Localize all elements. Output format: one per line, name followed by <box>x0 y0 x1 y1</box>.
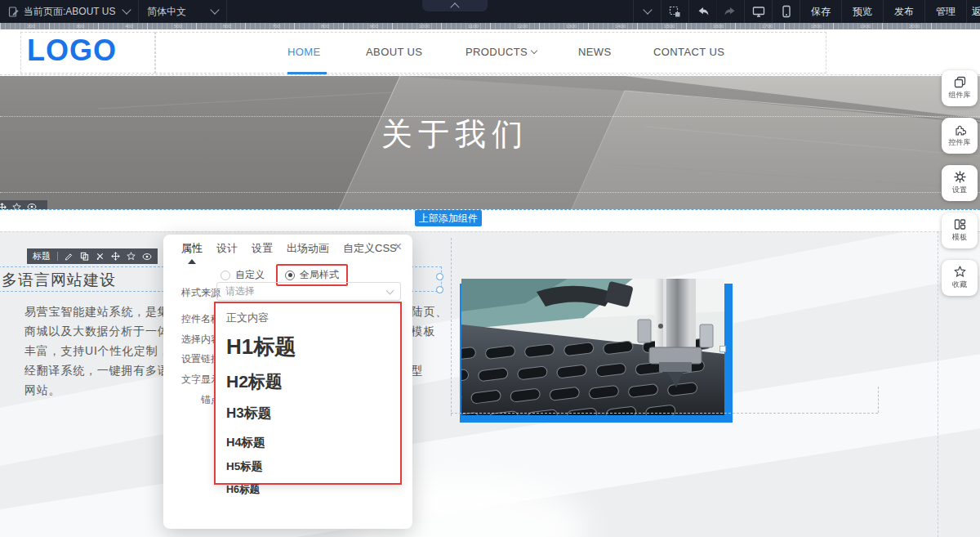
sidebar-item-components[interactable]: 组件库 <box>942 70 978 106</box>
dropdown-item-h1[interactable]: H1标题 <box>226 333 400 361</box>
select-area-icon <box>669 6 681 18</box>
hero-guide-bottom <box>0 192 980 193</box>
about-heading[interactable]: 多语言网站建设 <box>2 270 116 291</box>
components-icon <box>954 76 966 88</box>
header-bottom-guide <box>0 74 980 75</box>
section-divider-line <box>0 209 980 210</box>
layout-icon <box>954 218 966 230</box>
element-toolbar-label: 标题 <box>33 250 51 262</box>
chevron-down-icon <box>386 286 394 294</box>
chevron-down-icon <box>643 5 652 14</box>
tab-properties[interactable]: 属性 <box>181 241 203 262</box>
tab-design[interactable]: 设计 <box>216 241 238 262</box>
radio-circle-selected <box>285 271 295 280</box>
image-resize-handle[interactable] <box>719 346 726 352</box>
dropdown-item-h3[interactable]: H3标题 <box>226 404 400 423</box>
nav-item-about[interactable]: ABOUT US <box>366 46 422 58</box>
current-page-selector[interactable]: 当前页面:ABOUT US <box>0 0 139 23</box>
select-area-button[interactable] <box>661 0 688 23</box>
element-toolbar: 标题 <box>27 248 158 264</box>
dialog-tabs: 属性 设计 设置 出场动画 自定义CSS <box>181 241 397 262</box>
active-nav-underline <box>287 72 327 74</box>
sidebar-item-controls[interactable]: 控件库 <box>942 118 978 154</box>
move-icon[interactable] <box>0 203 7 210</box>
undo-button[interactable] <box>688 0 716 23</box>
image-block-guide-left <box>451 238 452 416</box>
dropdown-item-h4[interactable]: H4标题 <box>226 435 400 450</box>
mobile-view-button[interactable] <box>772 0 800 23</box>
chevron-down-icon <box>122 5 131 14</box>
eye-icon[interactable] <box>142 253 152 261</box>
sidebar-item-templates[interactable]: 模板 <box>942 213 978 248</box>
chevron-down-icon <box>210 5 219 14</box>
publish-button[interactable]: 发布 <box>883 0 924 23</box>
resize-handle[interactable] <box>436 286 443 293</box>
machine-image[interactable] <box>461 279 724 415</box>
eye-icon[interactable] <box>27 203 37 209</box>
redo-button[interactable] <box>716 0 744 23</box>
star-icon[interactable] <box>12 203 21 210</box>
undo-icon <box>696 5 710 18</box>
preview-button[interactable]: 预览 <box>841 0 883 23</box>
page-right-guide <box>938 231 938 537</box>
more-dropdown-button[interactable] <box>633 0 661 23</box>
language-selector[interactable]: 简体中文 <box>139 0 227 23</box>
desktop-icon <box>752 6 765 18</box>
dropdown-item-h5[interactable]: H5标题 <box>226 459 400 474</box>
nav-item-news[interactable]: NEWS <box>578 46 612 58</box>
gear-icon <box>954 171 966 183</box>
hero-title[interactable]: 关于我们 <box>0 114 910 155</box>
style-source-label: 样式来源 <box>181 286 220 300</box>
dropdown-item-body-text[interactable]: 正文内容 <box>226 311 400 325</box>
radio-circle <box>220 271 230 280</box>
chevron-down-icon <box>531 47 537 54</box>
save-button[interactable]: 保存 <box>800 0 841 23</box>
heading-style-dropdown: 正文内容 H1标题 H2标题 H3标题 H4标题 H5标题 H6标题 <box>214 302 402 485</box>
desktop-view-button[interactable] <box>744 0 772 23</box>
manage-button[interactable]: 管理 <box>924 0 966 23</box>
edit-icon[interactable] <box>65 252 74 261</box>
sidebar-item-favorites[interactable]: 收藏 <box>942 260 978 296</box>
chevron-up-icon <box>450 2 459 11</box>
hero-banner[interactable]: 关于我们 <box>0 76 980 209</box>
section-top-guide <box>0 231 980 232</box>
hero-element-toolbar <box>0 200 47 209</box>
tab-settings[interactable]: 设置 <box>252 241 273 262</box>
resize-handle[interactable] <box>436 273 443 280</box>
current-page-label: 当前页面:ABOUT US <box>24 5 115 19</box>
dropdown-item-h6[interactable]: H6标题 <box>226 483 400 497</box>
copy-icon[interactable] <box>80 252 89 261</box>
radio-custom[interactable]: 自定义 <box>220 268 265 282</box>
image-block-guide-right <box>878 387 879 413</box>
star-icon[interactable] <box>127 252 136 261</box>
delete-icon[interactable] <box>96 252 105 261</box>
tab-entrance-animation[interactable]: 出场动画 <box>287 241 329 262</box>
properties-dialog: 属性 设计 设置 出场动画 自定义CSS × 自定义 全局样式 样式来源 请选择 <box>163 235 412 529</box>
image-block-guide-bottom <box>451 413 878 414</box>
radio-global-style[interactable]: 全局样式 <box>285 268 339 282</box>
editor-stage: 当前页面:ABOUT US 简体中文 <box>0 0 980 537</box>
add-component-top-button[interactable]: 上部添加组件 <box>415 210 482 226</box>
close-icon[interactable]: × <box>394 239 402 254</box>
site-header: LOGO HOME ABOUT US PRODUCTS NEWS CONTACT… <box>0 29 980 76</box>
move-icon[interactable] <box>111 252 120 261</box>
site-logo[interactable]: LOGO <box>27 34 117 68</box>
star-icon <box>954 266 966 278</box>
page-edit-icon <box>8 7 19 17</box>
puzzle-icon <box>954 123 966 136</box>
mobile-icon <box>782 5 791 18</box>
about-section: 标题 多语言网站建设 易营宝智能建站系统，是集双模响应式网站、手机网站、微信小程… <box>0 231 980 537</box>
back-button[interactable]: 返回 <box>966 0 980 23</box>
sidebar-item-settings[interactable]: 设置 <box>942 165 978 201</box>
dropdown-item-h2[interactable]: H2标题 <box>226 370 400 393</box>
ruler: 2003004005006007008009001000110012001300… <box>0 23 980 29</box>
nav-item-products[interactable]: PRODUCTS <box>466 46 537 58</box>
language-label: 简体中文 <box>147 5 186 19</box>
nav-item-home[interactable]: HOME <box>287 46 321 58</box>
nav-item-contact[interactable]: CONTACT US <box>653 46 724 58</box>
collapse-toolbar-button[interactable] <box>422 0 488 11</box>
tab-custom-css[interactable]: 自定义CSS <box>343 241 397 262</box>
style-select[interactable]: 请选择 <box>216 282 401 301</box>
editor-topbar: 当前页面:ABOUT US 简体中文 <box>0 0 980 23</box>
redo-icon <box>724 5 737 18</box>
